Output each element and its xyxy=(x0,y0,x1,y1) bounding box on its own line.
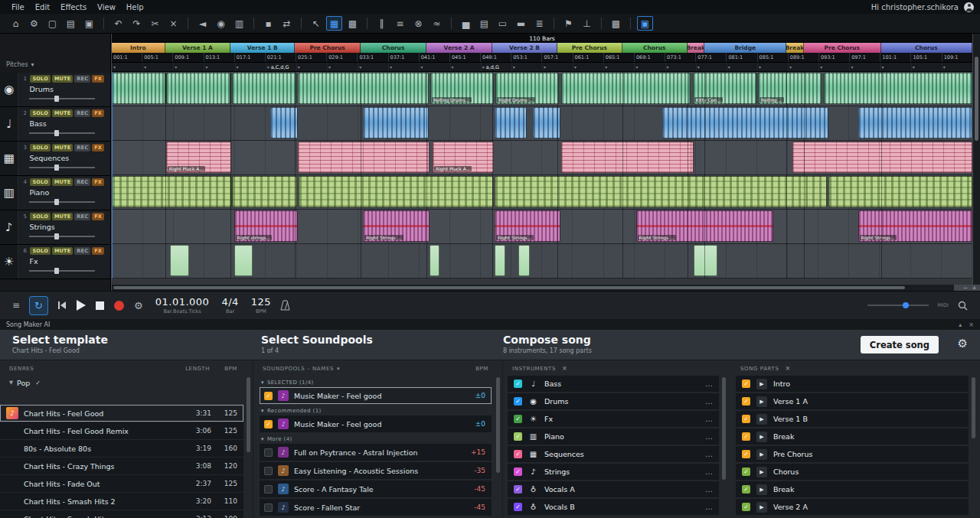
song-part-segment[interactable]: Intro xyxy=(112,43,165,53)
rec-button[interactable]: REC xyxy=(74,213,90,220)
signature-display[interactable]: 4/4 Bar xyxy=(221,297,238,314)
track-lane-piano[interactable] xyxy=(112,175,972,210)
fx-button[interactable]: FX xyxy=(92,109,104,117)
track-lane-drums[interactable]: Rolling Drums...Right Drums ...Kitty Con… xyxy=(112,72,972,106)
genre-group-pop[interactable]: ▼ Pop ✓ xyxy=(0,376,253,389)
drums-clip[interactable] xyxy=(561,73,691,104)
fx-clip[interactable] xyxy=(430,245,439,276)
soundpool-group-label[interactable]: ▾Recommended (1) xyxy=(260,406,492,415)
chord-cell[interactable]: ▾ xyxy=(573,63,603,71)
song-part-checkbox[interactable]: ✓ xyxy=(742,485,750,494)
song-part-row[interactable]: ✓▶Chorus xyxy=(736,464,969,480)
stop-button[interactable] xyxy=(96,301,104,310)
user-avatar-icon[interactable] xyxy=(964,2,974,12)
track-lane-sequences[interactable]: Right Pluck A...Right Pluck A... xyxy=(112,141,972,175)
song-part-segment[interactable]: Pre Chorus xyxy=(557,43,622,53)
fx-clip[interactable] xyxy=(170,245,189,276)
sequences-clip[interactable]: Right Pluck A... xyxy=(433,142,494,173)
track-lane-fx[interactable] xyxy=(112,244,972,279)
delete-icon[interactable]: × xyxy=(165,16,181,31)
panel-settings-icon[interactable]: ⚙ xyxy=(958,337,968,350)
track-volume-slider[interactable] xyxy=(29,95,95,103)
volume-slider-thumb[interactable] xyxy=(54,268,59,274)
chord-cell[interactable]: ▾ xyxy=(511,63,542,71)
horizontal-scrollbar-thumb[interactable] xyxy=(113,286,905,289)
metronome-icon[interactable] xyxy=(280,300,290,311)
template-row[interactable]: Chart Hits - Crazy Things3:08120 xyxy=(0,458,243,474)
chord-cell[interactable]: ▾ xyxy=(880,63,911,71)
mute-button[interactable]: MUTE xyxy=(52,75,73,83)
instrument-row[interactable]: ✓▦Sequences… xyxy=(508,446,719,462)
instrument-row[interactable]: ✓♩Bass… xyxy=(508,376,719,392)
song-part-row[interactable]: ✓▶Intro xyxy=(736,376,969,392)
panel-undock-icon[interactable]: ▴ xyxy=(959,321,962,328)
rec-button[interactable]: REC xyxy=(74,75,90,83)
instrument-checkbox[interactable]: ✓ xyxy=(514,503,522,511)
new-project-icon[interactable]: ▢ xyxy=(44,16,60,31)
menu-effects[interactable]: Effects xyxy=(55,3,92,11)
fx-button[interactable]: FX xyxy=(92,178,104,186)
soundpool-row[interactable]: ✓♪Music Maker - Feel good±0 xyxy=(260,387,492,404)
record-button[interactable] xyxy=(113,300,125,311)
soundpool-checkbox[interactable]: ✓ xyxy=(264,392,273,400)
docking-icon[interactable]: ≣ xyxy=(531,16,547,31)
sequences-clip[interactable] xyxy=(561,142,694,173)
instruments-scrollbar[interactable] xyxy=(722,377,726,513)
bass-clip[interactable] xyxy=(495,107,527,138)
chord-cell[interactable]: ▾ xyxy=(757,63,788,71)
menu-edit[interactable]: Edit xyxy=(30,3,55,11)
volume-slider-thumb[interactable] xyxy=(54,199,59,205)
chord-cell[interactable]: ▾ xyxy=(450,63,481,71)
track-volume-slider[interactable] xyxy=(29,129,95,137)
fx-clip[interactable] xyxy=(234,245,253,276)
strings-clip[interactable]: Right Strings ... xyxy=(363,210,430,242)
chord-cell[interactable]: ▾ xyxy=(327,63,358,71)
instrument-row[interactable]: ✓◉Drums… xyxy=(508,393,719,409)
horizontal-scrollbar[interactable] xyxy=(112,285,954,291)
instrument-checkbox[interactable]: ✓ xyxy=(514,450,522,458)
soundpool-row[interactable]: ♪Full on Psytrance - Astral Injection+15 xyxy=(260,444,492,461)
chord-cell[interactable]: ▾a,d,G xyxy=(481,63,511,71)
tempo-display[interactable]: 125 BPM xyxy=(251,297,271,314)
pedal-icon[interactable]: ⊥ xyxy=(579,16,595,31)
skip-back-button[interactable] xyxy=(57,301,67,310)
sort-caret-icon[interactable]: ▾ xyxy=(337,366,340,372)
bass-clip[interactable] xyxy=(858,107,972,138)
drums-clip[interactable]: Rolling Drums... xyxy=(430,73,494,104)
song-part-segment[interactable]: Verse 2 B xyxy=(492,43,557,53)
soundpool-checkbox[interactable] xyxy=(264,503,273,512)
song-part-row[interactable]: ✓▶Break xyxy=(736,481,969,497)
chord-cell[interactable]: ▾ xyxy=(112,63,142,71)
chord-cell[interactable]: ▾a,C,d,G xyxy=(266,63,296,71)
pitches-track[interactable]: Pitches ▾ xyxy=(6,61,34,68)
track-volume-slider[interactable] xyxy=(29,198,95,206)
cut-icon[interactable]: ✂ xyxy=(147,16,163,31)
track-header-drums[interactable]: ◉1SOLOMUTERECFXDrums xyxy=(0,73,110,107)
track-volume-slider[interactable] xyxy=(29,267,95,275)
instrument-row[interactable]: ✓♁Vocals B… xyxy=(508,499,719,515)
marker-icon[interactable]: ⚑ xyxy=(560,16,577,31)
soundpool-group-label[interactable]: ▾SELECTED (1/4) xyxy=(260,377,492,387)
sequences-clip[interactable] xyxy=(298,142,430,173)
soundpool-row[interactable]: ✓♪Music Maker - Feel good±0 xyxy=(260,415,492,432)
chord-cell[interactable]: ▾ xyxy=(419,63,449,71)
audio-editor-icon[interactable]: ≈ xyxy=(429,16,445,31)
crossfade-icon[interactable]: ⇄ xyxy=(279,16,295,31)
drums-clip[interactable] xyxy=(232,73,296,104)
song-part-segment[interactable]: Break xyxy=(688,43,704,53)
chord-cell[interactable]: ▾ xyxy=(634,63,665,71)
panel-tab-title[interactable]: Song Maker AI xyxy=(6,321,50,328)
song-part-segment[interactable]: Verse 2 A xyxy=(426,43,492,53)
mute-button[interactable]: MUTE xyxy=(52,247,73,255)
instrument-checkbox[interactable]: ✓ xyxy=(514,432,522,441)
create-song-button[interactable]: Create song xyxy=(861,336,939,353)
track-lane-bass[interactable] xyxy=(112,106,972,141)
drums-clip[interactable] xyxy=(166,73,230,104)
track-header-sequences[interactable]: ▦3SOLOMUTERECFXSequences xyxy=(0,142,110,176)
chord-cell[interactable]: ▾ xyxy=(911,63,942,71)
track-header-fx[interactable]: ☀6SOLOMUTERECFXFx xyxy=(0,245,110,279)
song-part-row[interactable]: ✓▶Verse 1 B xyxy=(736,411,969,427)
caret-down-icon[interactable]: ▾ xyxy=(31,61,34,68)
soundpool-checkbox[interactable] xyxy=(264,467,273,475)
song-part-checkbox[interactable]: ✓ xyxy=(742,380,750,388)
